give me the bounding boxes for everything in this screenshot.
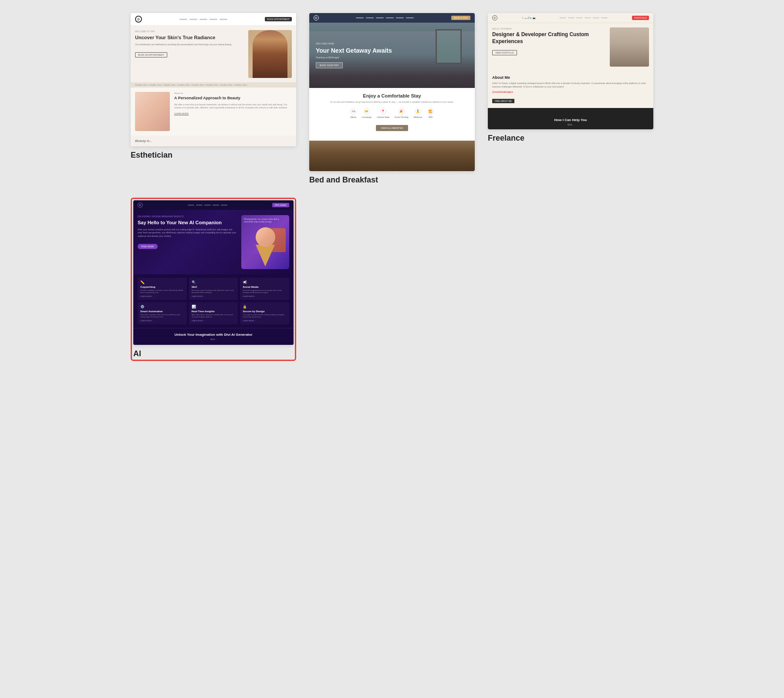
- fr-logo: D: [492, 15, 497, 20]
- freelance-about-btn[interactable]: HIRE ABOUT ME: [492, 99, 514, 103]
- bnb-hero-cta[interactable]: BOOK YOUR STAY: [316, 62, 343, 68]
- freelance-label: Freelance: [488, 134, 653, 143]
- esthetician-hero-tag: WELCOME TO SPA: [135, 30, 245, 33]
- fr-logo-icon: D: [492, 15, 497, 20]
- bnb-feature-meals: 🍽 Meals: [350, 108, 356, 118]
- automation-body: Streamline repetitive tasks and boost ef…: [140, 314, 184, 318]
- esthetician-label: Esthetician: [131, 151, 296, 160]
- wellness-label: Wellness: [413, 116, 422, 118]
- ai-preview[interactable]: D PRO DEMO DELIVERING GROUND-BREAKING RE…: [133, 200, 294, 345]
- bnb-view-btn[interactable]: VIEW ALL AMENITIES: [376, 125, 409, 131]
- meals-icon: 🍽: [350, 108, 356, 115]
- esthetician-section: About Us A Personalized Approach to Beau…: [131, 88, 296, 135]
- social-body: Generate engaging posts and manage your …: [243, 289, 287, 294]
- event-icon: 🎉: [399, 108, 405, 115]
- copywriting-body: Create compelling, on-brand content effo…: [140, 289, 184, 294]
- event-label: Event Hosting: [395, 116, 408, 118]
- esthetician-hero-sub: Our estheticians are dedicated to provid…: [135, 43, 245, 46]
- concierge-icon: 🤝: [364, 108, 370, 115]
- freelance-howhelp: How I Can Help You Start...: [488, 115, 653, 129]
- empty-col-1: [309, 198, 475, 361]
- seo-body: Boost your search rankings with optimize…: [192, 289, 236, 294]
- est-nav-cta[interactable]: BOOK APPOINTMENT: [265, 17, 292, 21]
- bnb-feature-wellness: 🧘 Wellness: [413, 108, 422, 118]
- wellness-icon: 🧘: [415, 108, 421, 115]
- ai-service-secure: 🔒 Secure by Design Your data is protecte…: [240, 302, 289, 324]
- ai-hero-body: Start your content creation journey with…: [138, 228, 237, 238]
- freelance-preview[interactable]: D f t ☁ 🔗 ▶ 📷 PORTFOLIO HELLO: [488, 13, 653, 129]
- bnb-bottom-image: [309, 141, 475, 171]
- esthetician-section-link[interactable]: LEARN MORE: [174, 112, 292, 115]
- copywriting-icon: ✏️: [140, 280, 184, 284]
- esthetician-section-text: About Us A Personalized Approach to Beau…: [174, 92, 292, 131]
- freelance-hero-tag: HELLO, I'M SARAH: [492, 27, 606, 30]
- esthetician-ticker: Healthy Skin • Healthy Skin • Healthy Sk…: [131, 82, 296, 88]
- freelance-hero: HELLO, I'M SARAH Designer & Developer Cr…: [488, 23, 653, 71]
- seo-link[interactable]: LEARN MORE →: [192, 295, 236, 297]
- esthetician-section-body: We offer a more than just beauty treatme…: [174, 103, 292, 110]
- ai-hero-cta[interactable]: FREE DEMO: [138, 244, 158, 249]
- ai-bottom: Unlock Your Imagination with Divi AI Gen…: [133, 328, 294, 345]
- freelance-hero-image: [610, 27, 649, 67]
- ai-services: ✏️ Copywriting Create compelling, on-bra…: [133, 274, 294, 328]
- freelance-hero-cta[interactable]: VIEW PORTFOLIO: [492, 50, 517, 55]
- seo-icon: 🔍: [192, 280, 236, 284]
- bnb-hero-title: Your Next Getaway Awaits: [316, 47, 468, 54]
- automation-link[interactable]: LEARN MORE →: [140, 320, 184, 322]
- esthetician-hero-image: [248, 30, 292, 78]
- insights-link[interactable]: LEARN MORE →: [192, 320, 236, 322]
- bnb-content-body: At our bed and breakfast, we go beyond j…: [316, 101, 468, 104]
- bnb-nav-links: [356, 17, 414, 18]
- fr-social-links: f t ☁ 🔗 ▶ 📷: [522, 17, 535, 19]
- esthetician-hero: WELCOME TO SPA Uncover Your Skin's True …: [131, 26, 296, 82]
- ai-label: AI: [133, 349, 294, 358]
- bnb-hero-tag: WELCOME HOME: [316, 42, 468, 45]
- ai-nav: D PRO DEMO: [133, 200, 294, 210]
- freelance-about: About Me Hello! I'm Sarah, a digital mar…: [488, 71, 653, 108]
- ai-logo-icon: D: [138, 202, 143, 208]
- esthetician-section-title: A Personalized Approach to Beauty: [174, 96, 292, 101]
- freelance-about-link[interactable]: @sarahsdesigns: [492, 91, 649, 93]
- automation-title: Smart Automation: [140, 310, 184, 313]
- freelance-nav: D f t ☁ 🔗 ▶ 📷 PORTFOLIO: [488, 13, 653, 23]
- freelance-hero-text: HELLO, I'M SARAH Designer & Developer Cr…: [492, 27, 610, 67]
- fr-nav-cta[interactable]: PORTFOLIO: [632, 16, 649, 20]
- esthetician-bottom: Beauty is...: [131, 135, 296, 146]
- secure-link[interactable]: LEARN MORE →: [243, 320, 287, 322]
- bnb-feature-wifi: 📶 WiFi: [428, 108, 434, 118]
- bottom-row: D PRO DEMO DELIVERING GROUND-BREAKING RE…: [131, 198, 653, 361]
- social-icon: 📢: [243, 280, 287, 284]
- ai-hero-tag: DELIVERING GROUND-BREAKING RESULTS: [138, 215, 237, 218]
- esthetician-preview[interactable]: D BOOK APPOINTMENT WELCOME TO SPA Uncove…: [131, 13, 296, 146]
- fr-nav-links: [560, 17, 608, 18]
- insights-title: Real-Time Insights: [192, 310, 236, 313]
- ai-nav-cta[interactable]: PRO DEMO: [272, 203, 289, 207]
- ai-service-insights: 📊 Real-Time Insights Make data-driven de…: [189, 302, 238, 324]
- copywriting-link[interactable]: LEARN MORE →: [140, 295, 184, 297]
- esthetician-hero-cta[interactable]: BOOK AN APPOINTMENT: [135, 52, 167, 57]
- bnb-nav: D BOOK A STAY: [309, 13, 475, 23]
- ai-hero-card-label: Photographic: ice cream cone with a choc…: [244, 218, 287, 223]
- secure-title: Secure by Design: [243, 310, 287, 313]
- wifi-icon: 📶: [428, 108, 434, 115]
- bnb-nav-cta[interactable]: BOOK A STAY: [451, 16, 470, 20]
- bnb-preview[interactable]: D BOOK A STAY WELCOME HOME Your: [309, 13, 475, 171]
- freelance-about-body: Hello! I'm Sarah, a digital marketing st…: [492, 82, 649, 88]
- ai-service-copywriting: ✏️ Copywriting Create compelling, on-bra…: [138, 278, 187, 300]
- bnb-logo-icon: D: [314, 15, 319, 20]
- social-link[interactable]: LEARN MORE →: [243, 295, 287, 297]
- top-row: D BOOK APPOINTMENT WELCOME TO SPA Uncove…: [131, 13, 653, 185]
- bnb-card: D BOOK A STAY WELCOME HOME Your: [309, 13, 475, 185]
- seo-title: SEO: [192, 286, 236, 288]
- freelance-howhelp-sub: Start...: [492, 123, 649, 126]
- bnb-feature-central: 📍 Central State: [377, 108, 389, 118]
- secure-body: Your data is protected with industry-lea…: [243, 314, 287, 318]
- esthetician-section-label: About Us: [174, 92, 292, 94]
- esthetician-section-image: [135, 92, 170, 131]
- est-logo: D: [135, 16, 142, 23]
- bnb-content: Enjoy a Comfortable Stay At our bed and …: [309, 88, 475, 141]
- central-icon: 📍: [380, 108, 386, 115]
- esthetician-hero-title: Uncover Your Skin's True Radiance: [135, 34, 245, 40]
- insights-icon: 📊: [192, 305, 236, 309]
- freelance-card: D f t ☁ 🔗 ▶ 📷 PORTFOLIO HELLO: [488, 13, 653, 185]
